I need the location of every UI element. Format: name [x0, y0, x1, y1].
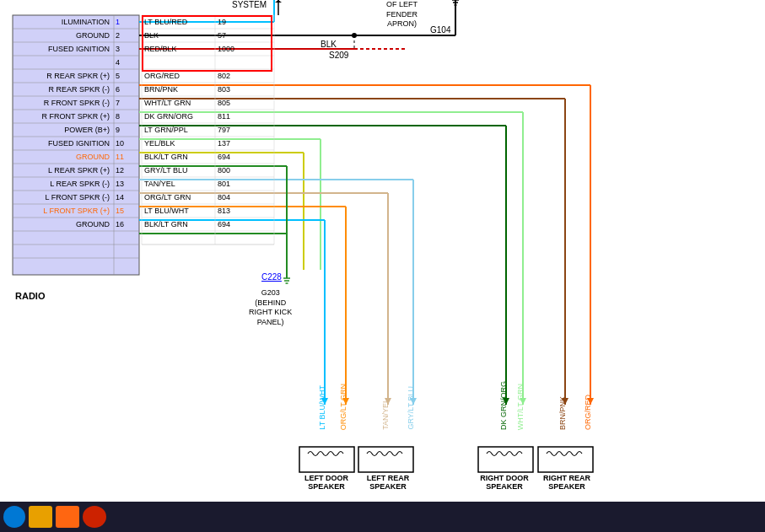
pin-numbers: 1 2 3 4 5 6 7 8 9 10 11 12 13 14 15 16 [114, 15, 142, 231]
svg-rect-45 [538, 447, 593, 472]
whtltgrn-label: WHT/LT GRN [516, 371, 525, 430]
browser-button[interactable] [56, 506, 79, 528]
gryltblu-label: GRY/LT BLU [407, 371, 415, 430]
tanyel-label: TAN/YEL [381, 371, 390, 430]
ltbluwht-label: LT BLU/WHT [318, 371, 326, 430]
svg-rect-42 [299, 447, 354, 472]
wire-colors: LT BLU/RED BLK RED/BLK ORG/RED BRN/PNK W… [142, 15, 215, 231]
svg-marker-1 [275, 0, 282, 3]
taskbar [0, 502, 765, 532]
diagram-area: SYSTEM OF LEFTFENDERAPRON) G104 BLK S209… [0, 0, 765, 502]
right-rear-speaker-label: RIGHT REARSPEAKER [533, 474, 601, 491]
right-door-speaker-label: RIGHT DOORSPEAKER [471, 474, 538, 491]
file-manager-button[interactable] [29, 506, 52, 528]
app-button[interactable] [83, 506, 106, 528]
svg-rect-44 [478, 447, 533, 472]
left-door-speaker-label: LEFT DOORSPEAKER [293, 474, 360, 491]
dkgrnorg-label: DK GRN/ORG [499, 371, 508, 430]
wire-numbers: 19 57 1000 802 803 805 811 797 137 694 8… [215, 15, 274, 231]
start-button[interactable] [3, 506, 25, 528]
left-rear-speaker-label: LEFT REARSPEAKER [354, 474, 422, 491]
orgltgrn-label: ORG/LT GRN [339, 371, 347, 430]
svg-rect-43 [358, 447, 413, 472]
brnpnk-label: BRN/PNK [558, 371, 567, 430]
orgred-label: ORG/RED [584, 371, 592, 430]
